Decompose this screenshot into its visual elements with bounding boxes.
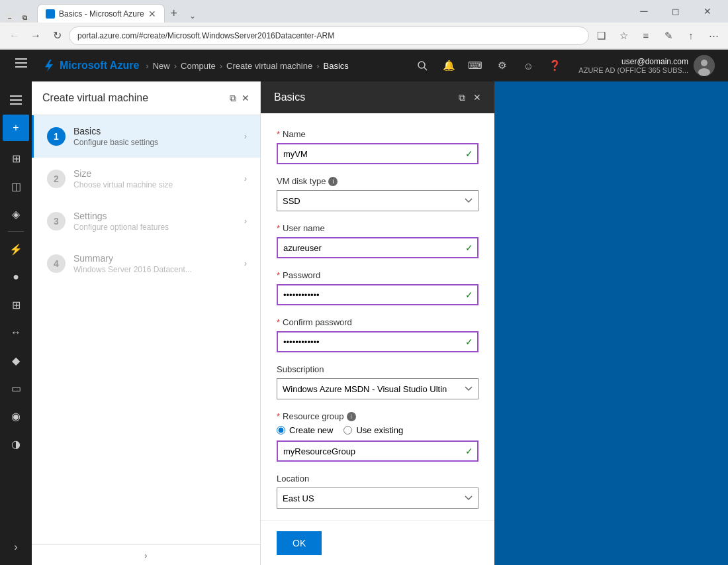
use-existing-radio-label[interactable]: Use existing bbox=[343, 425, 403, 435]
refresh-button[interactable]: ↻ bbox=[48, 26, 66, 45]
wizard-step-summary[interactable]: 4 Summary Windows Server 2016 Datacent..… bbox=[32, 242, 260, 285]
browser-tabs: − ⧉ Basics - Microsoft Azure ✕ + ⌄ bbox=[5, 0, 199, 23]
sidebar-add-button[interactable]: + bbox=[3, 115, 29, 141]
disk-type-select[interactable]: SSD HDD bbox=[277, 190, 478, 211]
sidebar-item-storage[interactable]: ▭ bbox=[3, 375, 29, 401]
wizard-header: Create virtual machine ⧉ ✕ bbox=[32, 81, 260, 115]
search-button[interactable] bbox=[410, 54, 434, 77]
browser-nav: ← → ↻ ❑ ☆ ≡ ✎ ↑ ⋯ bbox=[0, 23, 728, 49]
window-minimize-icon[interactable]: − bbox=[5, 13, 15, 23]
breadcrumb-new[interactable]: New bbox=[153, 61, 170, 71]
notes-button[interactable]: ✎ bbox=[659, 26, 678, 45]
breadcrumb-sep: › bbox=[146, 61, 148, 71]
disk-type-info-icon[interactable]: i bbox=[328, 177, 338, 186]
user-profile[interactable]: user@domain.com AZURE AD (OFFICE 365 SUB… bbox=[573, 55, 720, 76]
resource-group-input[interactable] bbox=[277, 440, 478, 462]
confirm-password-field-group: * Confirm password ✓ bbox=[277, 317, 478, 352]
form-maximize-icon[interactable]: ⧉ bbox=[459, 92, 465, 103]
resource-group-info-icon[interactable]: i bbox=[347, 412, 356, 421]
sidebar-item-lightning[interactable]: ⚡ bbox=[3, 236, 29, 262]
password-input-wrapper: ✓ bbox=[277, 284, 478, 305]
share-button[interactable]: ↑ bbox=[682, 26, 700, 45]
cloud-shell-button[interactable]: ⌨ bbox=[463, 54, 487, 77]
settings-button[interactable]: ⚙ bbox=[490, 54, 514, 77]
sidebar-item-favorites[interactable]: ◈ bbox=[3, 201, 29, 227]
help-button[interactable]: ❓ bbox=[543, 54, 567, 77]
password-input[interactable] bbox=[277, 284, 478, 305]
sidebar-item-circle[interactable]: ● bbox=[3, 264, 29, 290]
name-input[interactable] bbox=[277, 143, 478, 164]
username-label: * User name bbox=[277, 223, 478, 233]
wizard-bottom-expand[interactable]: › bbox=[32, 544, 260, 565]
tab-scroll-button[interactable]: ⌄ bbox=[186, 9, 199, 23]
address-bar[interactable] bbox=[69, 26, 589, 45]
wizard-step-size[interactable]: 2 Size Choose virtual machine size › bbox=[32, 158, 260, 200]
back-button[interactable]: ← bbox=[5, 26, 24, 45]
window-icon: ⧉ bbox=[20, 13, 29, 23]
step3-info: Settings Configure optional features bbox=[73, 211, 244, 232]
maximize-button[interactable]: ◻ bbox=[660, 2, 691, 21]
wizard-step-basics[interactable]: 1 Basics Configure basic settings › bbox=[32, 115, 260, 158]
breadcrumb-sep3: › bbox=[220, 61, 222, 71]
azure-logo: Microsoft Azure bbox=[41, 58, 139, 73]
step1-info: Basics Configure basic settings bbox=[73, 126, 244, 147]
sidebar-item-arrows[interactable]: ↔ bbox=[3, 319, 29, 346]
nav-icons: ❑ ☆ ≡ ✎ ↑ ⋯ bbox=[592, 26, 723, 45]
username-input[interactable] bbox=[277, 237, 478, 258]
sidebar-item-security[interactable]: ◑ bbox=[3, 431, 29, 457]
sidebar-item-diamond[interactable]: ◆ bbox=[3, 347, 29, 374]
sidebar-item-monitoring[interactable]: ◉ bbox=[3, 403, 29, 429]
step2-number: 2 bbox=[47, 170, 66, 188]
use-existing-radio[interactable] bbox=[343, 426, 352, 435]
form-footer: OK bbox=[261, 520, 494, 565]
breadcrumb-create-vm[interactable]: Create virtual machine bbox=[226, 61, 312, 71]
forward-button[interactable]: → bbox=[26, 26, 45, 45]
wizard-step-settings[interactable]: 3 Settings Configure optional features › bbox=[32, 200, 260, 242]
sidebar-expand-button[interactable]: › bbox=[3, 534, 29, 560]
create-new-radio[interactable] bbox=[277, 426, 285, 435]
create-new-radio-label[interactable]: Create new bbox=[277, 425, 333, 435]
disk-type-field-group: VM disk type i SSD HDD bbox=[277, 176, 478, 211]
reader-view-button[interactable]: ❑ bbox=[592, 26, 610, 45]
sidebar-menu-toggle[interactable] bbox=[8, 50, 34, 76]
confirm-password-required-star: * bbox=[277, 317, 280, 327]
hub-button[interactable]: ≡ bbox=[637, 26, 655, 45]
ok-button[interactable]: OK bbox=[277, 531, 322, 555]
location-select[interactable]: East US West US Central US West Europe E… bbox=[277, 488, 478, 509]
feedback-button[interactable]: ☺ bbox=[516, 54, 540, 77]
favorites-button[interactable]: ☆ bbox=[614, 26, 633, 45]
tab-close-button[interactable]: ✕ bbox=[148, 9, 156, 19]
sidebar-item-home[interactable]: ⊞ bbox=[3, 145, 29, 172]
user-email: user@domain.com bbox=[578, 57, 688, 66]
resource-group-label: * Resource group i bbox=[277, 411, 478, 421]
azure-logo-text: Microsoft Azure bbox=[60, 60, 139, 72]
left-sidebar: + ⊞ ◫ ◈ ⚡ ● ⊞ ↔ ◆ ▭ ◉ ◑ › bbox=[0, 81, 32, 565]
subscription-select-wrapper: Windows Azure MSDN - Visual Studio Ultin bbox=[277, 378, 478, 399]
confirm-password-input-wrapper: ✓ bbox=[277, 331, 478, 352]
sidebar-item-grid[interactable]: ⊞ bbox=[3, 291, 29, 318]
wizard-close-icon[interactable]: ✕ bbox=[242, 93, 250, 104]
subscription-label-text: Subscription bbox=[277, 364, 324, 374]
disk-type-label-text: VM disk type bbox=[277, 176, 326, 186]
notifications-button[interactable]: 🔔 bbox=[437, 54, 461, 77]
sidebar-item-dashboard[interactable] bbox=[3, 87, 29, 113]
close-button[interactable]: ✕ bbox=[692, 2, 723, 21]
breadcrumb-compute[interactable]: Compute bbox=[181, 61, 216, 71]
confirm-password-input[interactable] bbox=[277, 331, 478, 352]
svg-rect-11 bbox=[10, 103, 22, 105]
wizard-steps: 1 Basics Configure basic settings › 2 Si… bbox=[32, 115, 260, 544]
minimize-button[interactable]: ─ bbox=[629, 2, 659, 21]
sidebar-item-all-services[interactable]: ◫ bbox=[3, 173, 29, 199]
step3-number: 3 bbox=[47, 212, 66, 231]
password-field-group: * Password ✓ bbox=[277, 270, 478, 305]
new-tab-button[interactable]: + bbox=[165, 4, 183, 23]
step1-desc: Configure basic settings bbox=[73, 138, 244, 147]
svg-point-0 bbox=[47, 11, 54, 17]
form-close-icon[interactable]: ✕ bbox=[473, 92, 481, 103]
more-button[interactable]: ⋯ bbox=[704, 26, 723, 45]
wizard-maximize-icon[interactable]: ⧉ bbox=[230, 93, 236, 104]
form-header: Basics ⧉ ✕ bbox=[261, 81, 494, 113]
subscription-select[interactable]: Windows Azure MSDN - Visual Studio Ultin bbox=[277, 378, 478, 399]
confirm-password-check-icon: ✓ bbox=[465, 336, 473, 347]
active-tab[interactable]: Basics - Microsoft Azure ✕ bbox=[37, 4, 165, 23]
